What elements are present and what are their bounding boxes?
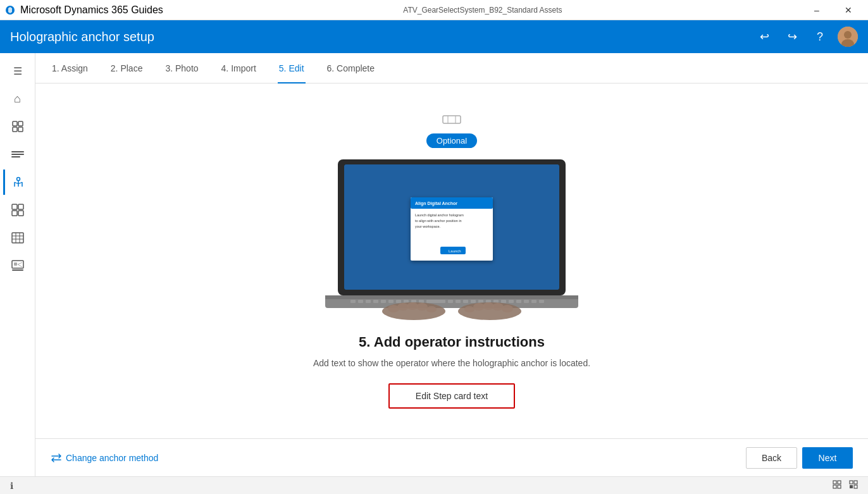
svg-rect-85 xyxy=(850,481,853,484)
minimize-button[interactable]: – xyxy=(802,0,831,20)
tab-place[interactable]: 2. Place xyxy=(109,54,144,83)
svg-rect-48 xyxy=(373,300,378,303)
redo-button[interactable]: ↪ xyxy=(782,27,802,47)
svg-text:your workspace.: your workspace. xyxy=(415,225,441,228)
svg-rect-47 xyxy=(366,300,371,303)
svg-point-74 xyxy=(416,303,428,311)
svg-rect-66 xyxy=(524,300,529,303)
svg-rect-9 xyxy=(11,154,24,155)
svg-point-11 xyxy=(17,178,20,181)
svg-rect-49 xyxy=(381,300,386,303)
optional-icon xyxy=(442,113,462,130)
svg-rect-57 xyxy=(456,300,461,303)
main-layout: ☰ ⌂ 1. Assign 2. Place 3. Photo 4. Impor… xyxy=(0,53,868,476)
view-list-button[interactable] xyxy=(846,479,860,492)
undo-button[interactable]: ↩ xyxy=(754,27,774,47)
svg-rect-58 xyxy=(463,300,468,303)
svg-rect-46 xyxy=(358,300,363,303)
tab-import[interactable]: 4. Import xyxy=(220,54,257,83)
svg-rect-87 xyxy=(850,485,853,488)
tab-bar: 1. Assign 2. Place 3. Photo 4. Import 5.… xyxy=(35,53,868,83)
sidebar-item-table[interactable] xyxy=(5,225,30,250)
svg-rect-26 xyxy=(14,262,17,266)
svg-rect-18 xyxy=(18,211,23,216)
svg-rect-25 xyxy=(12,269,23,271)
status-right xyxy=(830,479,860,492)
svg-rect-55 xyxy=(426,300,445,303)
svg-rect-17 xyxy=(12,211,17,216)
optional-badge: Optional xyxy=(426,133,477,148)
svg-rect-44 xyxy=(325,295,578,299)
svg-rect-59 xyxy=(471,300,476,303)
svg-rect-82 xyxy=(838,481,841,484)
avatar xyxy=(838,27,858,47)
svg-rect-5 xyxy=(18,121,23,126)
help-button[interactable]: ? xyxy=(810,27,830,47)
svg-rect-51 xyxy=(396,300,401,303)
view-grid-button[interactable] xyxy=(830,479,844,492)
back-button[interactable]: Back xyxy=(746,447,797,469)
next-button[interactable]: Next xyxy=(802,447,853,469)
app-name: Microsoft Dynamics 365 Guides xyxy=(20,4,163,16)
sidebar: ☰ ⌂ xyxy=(0,53,35,476)
status-bar: ℹ xyxy=(0,476,868,494)
app-header: Holographic anchor setup ↩ ↪ ? xyxy=(0,20,868,53)
tab-edit[interactable]: 5. Edit xyxy=(278,54,306,83)
svg-point-76 xyxy=(464,306,474,312)
step-content: Optional xyxy=(35,83,868,438)
close-button[interactable]: ✕ xyxy=(834,0,863,20)
title-bar-left: Microsoft Dynamics 365 Guides xyxy=(5,4,163,16)
svg-rect-45 xyxy=(350,300,356,303)
change-anchor-icon xyxy=(51,454,62,462)
footer-navigation: Back Next xyxy=(746,447,853,469)
svg-text:Align Digital Anchor: Align Digital Anchor xyxy=(415,201,457,206)
svg-point-2 xyxy=(844,31,852,39)
app-logo-icon xyxy=(5,5,15,15)
svg-rect-6 xyxy=(13,127,17,132)
window-title: ATV_GearSelectSystem_B92_Standard Assets xyxy=(403,6,562,15)
svg-rect-60 xyxy=(478,300,483,303)
svg-rect-67 xyxy=(531,300,536,303)
svg-rect-7 xyxy=(18,127,23,132)
svg-line-27 xyxy=(18,262,22,264)
step-description: Add text to show the operator where the … xyxy=(313,358,590,368)
title-bar: Microsoft Dynamics 365 Guides ATV_GearSe… xyxy=(0,0,868,20)
sidebar-item-apps[interactable] xyxy=(5,197,30,223)
svg-rect-8 xyxy=(11,151,24,152)
sidebar-item-anchor[interactable] xyxy=(3,170,30,195)
svg-rect-86 xyxy=(854,481,857,484)
svg-rect-50 xyxy=(388,300,394,303)
change-anchor-button[interactable]: Change anchor method xyxy=(51,453,158,463)
tab-assign[interactable]: 1. Assign xyxy=(51,54,89,83)
sidebar-item-text[interactable] xyxy=(5,142,30,167)
svg-rect-19 xyxy=(12,233,23,243)
sidebar-item-menu[interactable]: ☰ xyxy=(5,58,30,83)
header-actions: ↩ ↪ ? xyxy=(754,27,858,47)
edit-step-card-button[interactable]: Edit Step card text xyxy=(388,383,515,409)
footer: Change anchor method Back Next xyxy=(35,438,868,476)
tab-complete[interactable]: 6. Complete xyxy=(326,54,376,83)
svg-rect-16 xyxy=(18,204,23,209)
svg-rect-10 xyxy=(11,156,20,157)
change-anchor-label: Change anchor method xyxy=(66,453,158,463)
svg-rect-63 xyxy=(501,300,506,303)
svg-rect-81 xyxy=(833,481,836,484)
content-area: 1. Assign 2. Place 3. Photo 4. Import 5.… xyxy=(35,53,868,476)
optional-area: Optional xyxy=(426,113,477,148)
svg-rect-15 xyxy=(12,204,17,209)
window-controls: – ✕ xyxy=(802,0,863,20)
tab-photo[interactable]: 3. Photo xyxy=(164,54,199,83)
sidebar-item-media[interactable] xyxy=(5,253,30,278)
svg-point-75 xyxy=(426,306,437,312)
svg-rect-88 xyxy=(854,485,857,488)
svg-line-28 xyxy=(18,264,22,267)
laptop-illustration: Align Digital Anchor Launch digital anch… xyxy=(313,153,591,324)
sidebar-item-grid[interactable] xyxy=(5,114,30,139)
svg-text:Launch: Launch xyxy=(449,249,461,253)
header-title: Holographic anchor setup xyxy=(10,30,154,44)
sidebar-item-home[interactable]: ⌂ xyxy=(5,86,30,111)
info-button[interactable]: ℹ xyxy=(8,479,16,492)
svg-point-80 xyxy=(502,305,513,312)
svg-rect-4 xyxy=(13,121,17,126)
svg-rect-65 xyxy=(516,300,521,303)
